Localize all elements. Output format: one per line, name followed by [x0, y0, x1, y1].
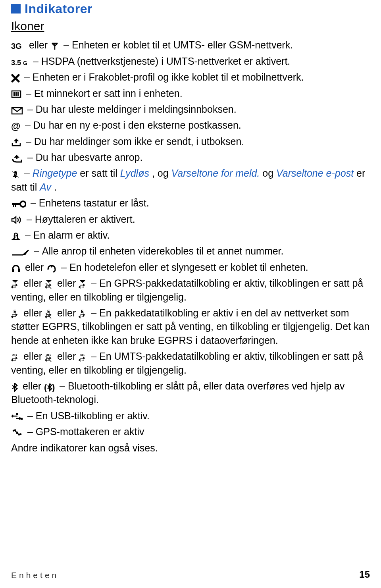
text-eller: eller — [23, 380, 44, 391]
entry-forward: – Alle anrop til enheten viderekobles ti… — [11, 244, 370, 257]
egprs-hold-icon: E — [45, 307, 53, 319]
entry-egprs: E eller E eller E – En pakkedatatilkobli… — [11, 306, 370, 347]
text-eller: eller — [25, 262, 46, 273]
text-eller: eller — [57, 278, 79, 289]
svg-rect-14 — [15, 205, 16, 207]
entry-other: Andre indikatorer kan også vises. — [11, 441, 370, 454]
svg-rect-5 — [15, 92, 17, 96]
svg-rect-12 — [12, 203, 20, 205]
text-dash: – — [27, 410, 36, 421]
text-dash: – — [27, 426, 36, 438]
text-dash: – — [61, 262, 69, 273]
usb-icon — [11, 409, 23, 422]
text-body: Andre indikatorer kan også vises. — [11, 442, 158, 453]
entry-inbox: – Du har uleste meldinger i meldingsinnb… — [11, 102, 370, 116]
entry-alarm: ? – En alarm er aktiv. — [11, 228, 370, 241]
text-eller: eller — [29, 40, 50, 51]
svg-line-35 — [15, 431, 19, 435]
forward-icon — [11, 245, 29, 258]
keylock-icon — [11, 197, 26, 210]
egprs-avail-icon: E — [79, 307, 87, 319]
entry-umts-data: 3G eller 3G eller 3G – En UMTS-pakkedata… — [11, 349, 370, 376]
link-varseltone-meld[interactable]: Varseltone for meld. — [171, 168, 260, 179]
gprs-avail-icon — [79, 277, 87, 290]
at-icon: @ — [11, 119, 21, 132]
text-dash: – — [34, 246, 42, 257]
svg-rect-4 — [13, 92, 15, 96]
bullet-square-icon — [11, 4, 21, 13]
link-varseltone-epost[interactable]: Varseltone e-post — [276, 168, 354, 179]
bluetooth-icon — [11, 380, 18, 392]
speaker-icon — [11, 213, 22, 226]
svg-point-9 — [15, 177, 16, 178]
entry-memory-card: – Et minnekort er satt inn i enheten. — [11, 86, 370, 100]
svg-text:3G: 3G — [11, 42, 22, 50]
text-eller: eller — [57, 307, 79, 318]
svg-text:G: G — [23, 60, 27, 66]
text-body: HSDPA (nettverkstjeneste) i UMTS-nettver… — [41, 56, 291, 67]
entry-email: @ – Du har en ny e-post i den eksterne p… — [11, 118, 370, 131]
text-dash: – — [31, 198, 39, 209]
text-body: Høyttaleren er aktivert. — [35, 214, 135, 225]
svg-rect-31 — [21, 418, 23, 420]
text-dash: – — [27, 214, 35, 225]
text-dash: – — [91, 351, 99, 362]
umts-avail-icon: 3G — [79, 350, 87, 363]
svg-text:): ) — [52, 382, 55, 392]
text-body: Du har ubesvarte anrop. — [36, 152, 143, 163]
svg-text:3G: 3G — [46, 353, 51, 357]
svg-text:(: ( — [44, 382, 47, 392]
text-body: Enheten er i Frakoblet-profil og ikke ko… — [33, 72, 304, 83]
entry-offline: – Enheten er i Frakoblet-profil og ikke … — [11, 70, 370, 83]
text-dash: – — [27, 152, 36, 163]
svg-text:@: @ — [11, 121, 20, 131]
text-body: Du har en ny e-post i den eksterne postk… — [33, 120, 241, 131]
x-icon — [11, 71, 20, 84]
svg-rect-19 — [18, 269, 20, 272]
text-body: Enhetens tastatur er låst. — [39, 198, 149, 209]
umts-active-icon: 3G — [11, 350, 19, 363]
svg-rect-18 — [12, 269, 14, 272]
text-eller: eller — [23, 351, 45, 362]
svg-rect-6 — [17, 92, 19, 96]
egprs-active-icon: E — [11, 307, 19, 319]
envelope-icon — [11, 103, 23, 116]
svg-point-15 — [20, 201, 26, 207]
text-body: er satt til — [80, 168, 120, 179]
text-body: . — [54, 181, 57, 193]
entry-missed-call: – Du har ubesvarte anrop. — [11, 150, 370, 164]
gprs-hold-icon — [45, 277, 53, 290]
text-body: Alle anrop til enheten viderekobles til … — [42, 246, 284, 257]
svg-text:3.5: 3.5 — [11, 59, 21, 67]
umts-hold-icon: 3G — [45, 350, 53, 363]
text-body: Enheten er koblet til et UMTS- eller GSM… — [72, 40, 293, 51]
svg-text:3G: 3G — [80, 353, 85, 357]
entry-hsdpa: 3.5G – HSDPA (nettverkstjeneste) i UMTS-… — [11, 54, 370, 67]
text-dash: – — [24, 72, 33, 83]
link-av[interactable]: Av — [40, 181, 51, 193]
text-body: Du har uleste meldinger i meldingsinnbok… — [36, 104, 237, 115]
entry-silent: – Ringetype er satt til Lydløs , og Vars… — [11, 166, 370, 193]
entry-umts-gsm: 3G eller – Enheten er koblet til et UMTS… — [11, 38, 370, 51]
text-body: En USB-tilkobling er aktiv. — [36, 410, 150, 421]
text-eller: eller — [23, 307, 45, 318]
entry-usb: – En USB-tilkobling er aktiv. — [11, 409, 370, 422]
text-eller: eller — [57, 351, 79, 362]
text-dash: – — [27, 104, 36, 115]
link-ringetype[interactable]: Ringetype — [33, 168, 77, 179]
footer-page-number: 15 — [359, 569, 370, 581]
svg-text:E: E — [13, 309, 16, 314]
text-dash: – — [26, 88, 34, 99]
svg-text:3G: 3G — [12, 353, 17, 357]
text-body: En alarm er aktiv. — [33, 229, 110, 241]
link-lydlos[interactable]: Lydløs — [120, 168, 149, 179]
entry-gprs: eller eller – En GPRS-pakkedatatilkoblin… — [11, 276, 370, 303]
text-dash: – — [91, 307, 99, 318]
text-body: En hodetelefon eller et slyngesett er ko… — [69, 262, 308, 273]
entry-bluetooth: eller () – Bluetooth-tilkobling er slått… — [11, 379, 370, 406]
svg-rect-13 — [13, 205, 14, 207]
35g-icon: 3.5G — [11, 55, 29, 67]
heading-text: Indikatorer — [25, 1, 92, 17]
text-dash: – — [60, 380, 68, 391]
entry-headset: eller – En hodetelefon eller et slyngese… — [11, 260, 370, 274]
